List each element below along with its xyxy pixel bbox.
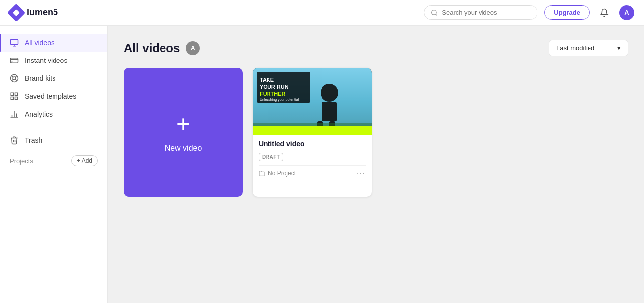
thumbnail-svg: TAKE YOUR RUN FURTHER Unleashing your po…: [253, 68, 372, 135]
sidebar-label: Instant videos: [25, 57, 67, 64]
svg-rect-31: [253, 126, 372, 135]
avatar[interactable]: A: [619, 5, 634, 20]
app-header: lumen5 Upgrade A: [0, 0, 644, 26]
svg-line-14: [12, 79, 13, 81]
svg-point-10: [13, 77, 16, 80]
svg-rect-25: [322, 102, 337, 121]
video-icon: [10, 38, 19, 47]
sidebar-item-trash[interactable]: Trash: [0, 131, 107, 149]
sidebar-item-all-videos[interactable]: All videos: [0, 34, 107, 52]
sidebar: All videos Instant videos Brand kits: [0, 26, 108, 303]
video-title: Untitled video: [259, 140, 366, 148]
svg-rect-17: [11, 97, 13, 100]
svg-line-12: [15, 79, 17, 81]
projects-section: Projects + Add: [0, 151, 107, 170]
folder-icon: [259, 170, 265, 177]
main-header: All videos A Last modified ▾: [124, 40, 628, 56]
logo-icon: [7, 3, 26, 22]
sidebar-item-saved-templates[interactable]: Saved templates: [0, 87, 107, 105]
svg-line-13: [15, 76, 17, 77]
video-project: No Project: [259, 170, 296, 177]
trash-icon: [10, 136, 19, 145]
svg-rect-16: [15, 93, 18, 95]
notification-bell-icon[interactable]: [596, 5, 612, 21]
video-card[interactable]: TAKE YOUR RUN FURTHER Unleashing your po…: [253, 68, 372, 197]
new-video-label: New video: [165, 144, 202, 153]
sidebar-label: Saved templates: [25, 92, 76, 100]
svg-text:YOUR RUN: YOUR RUN: [260, 84, 289, 90]
search-icon: [431, 9, 438, 16]
sidebar-label: All videos: [25, 39, 54, 47]
layout: All videos Instant videos Brand kits: [0, 26, 644, 303]
projects-label: Projects: [10, 157, 33, 165]
chevron-down-icon: ▾: [617, 44, 621, 52]
sort-dropdown[interactable]: Last modified ▾: [549, 40, 628, 56]
sidebar-label: Trash: [25, 136, 42, 144]
svg-line-11: [12, 76, 13, 77]
svg-text:FURTHER: FURTHER: [260, 91, 286, 97]
video-footer: No Project ···: [259, 165, 366, 178]
svg-rect-2: [11, 39, 18, 45]
plus-icon: +: [176, 112, 190, 136]
header-right: Upgrade A: [424, 5, 634, 21]
video-info: Untitled video DRAFT No Project ···: [253, 135, 372, 182]
sidebar-label: Brand kits: [25, 74, 55, 82]
main-title-area: All videos A: [124, 41, 200, 55]
sidebar-item-brand-kits[interactable]: Brand kits: [0, 69, 107, 87]
analytics-icon: [10, 110, 19, 119]
search-input[interactable]: [442, 9, 530, 16]
svg-line-1: [436, 14, 437, 15]
svg-text:Unleashing your potential: Unleashing your potential: [260, 98, 299, 102]
main-content: All videos A Last modified ▾ + New video: [108, 26, 644, 303]
brand-kits-icon: [10, 74, 19, 83]
new-video-card[interactable]: + New video: [124, 68, 243, 197]
upgrade-button[interactable]: Upgrade: [544, 5, 590, 20]
add-project-button[interactable]: + Add: [71, 155, 98, 166]
sidebar-item-instant-videos[interactable]: Instant videos: [0, 52, 107, 69]
search-bar[interactable]: [424, 5, 537, 20]
draft-badge: DRAFT: [259, 153, 283, 161]
sidebar-item-analytics[interactable]: Analytics: [0, 105, 107, 123]
video-grid: + New video: [124, 68, 628, 197]
svg-point-0: [432, 10, 436, 14]
svg-text:TAKE: TAKE: [260, 77, 274, 83]
project-name: No Project: [268, 170, 296, 177]
saved-templates-icon: [10, 92, 19, 101]
svg-point-24: [321, 84, 338, 102]
more-options-icon[interactable]: ···: [356, 169, 366, 178]
title-avatar: A: [186, 41, 200, 55]
svg-rect-15: [11, 93, 13, 95]
sidebar-divider: [0, 127, 107, 127]
sidebar-label: Analytics: [25, 110, 53, 118]
logo[interactable]: lumen5: [10, 6, 58, 19]
sort-label: Last modified: [556, 44, 594, 52]
svg-rect-18: [15, 97, 18, 100]
page-title: All videos: [124, 41, 180, 55]
video-thumbnail: TAKE YOUR RUN FURTHER Unleashing your po…: [253, 68, 372, 135]
instant-video-icon: [10, 56, 19, 65]
logo-text: lumen5: [27, 7, 58, 18]
